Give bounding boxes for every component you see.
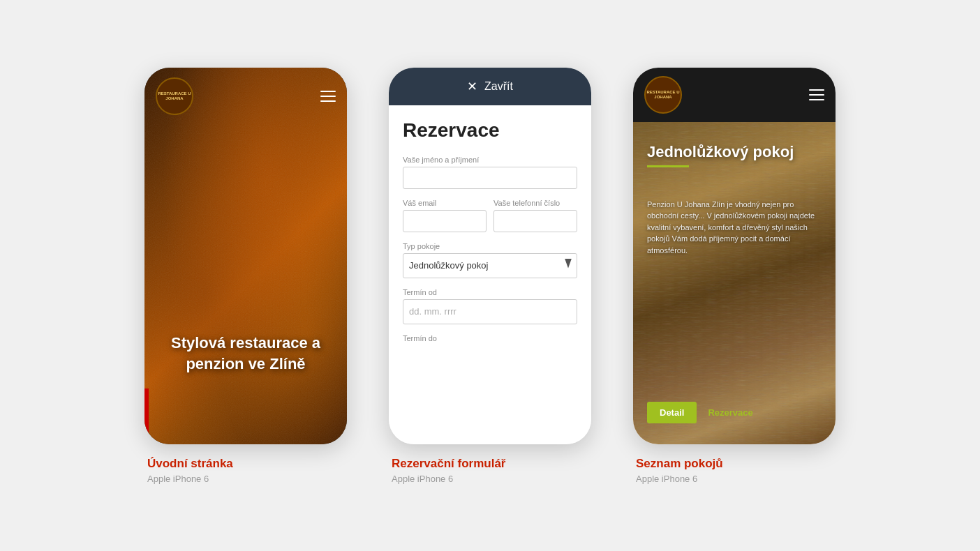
screen3-header: RESTAURACE U JOHANA: [633, 68, 836, 122]
hamburger-rooms-icon[interactable]: [809, 89, 824, 100]
title-underline: [647, 165, 689, 167]
room-title-text: Jednolůžkový pokoj: [647, 143, 794, 160]
logo-rooms-text: RESTAURACE U JOHANA: [646, 90, 681, 99]
card-label-form: Rezervační formulář Apple iPhone 6: [389, 457, 505, 484]
device-card-form: ✕ Zavřít Rezervace Vaše jméno a příjmení…: [389, 68, 591, 484]
hamburger-line2: [320, 96, 336, 97]
hamburger-rooms-line2: [809, 94, 824, 96]
field-date-to-label: Termín do: [403, 334, 577, 342]
room-desc-text: Penzion U Johana Zlín je vhodný nejen pr…: [647, 200, 815, 255]
field-room-type: Typ pokoje Jednolůžkový pokoj: [403, 242, 577, 278]
date-from-placeholder: dd. mm. rrrr: [409, 306, 456, 317]
screen-rooms: RESTAURACE U JOHANA: [633, 68, 836, 444]
form-body: Rezervace Vaše jméno a příjmení Váš emai…: [389, 105, 591, 444]
logo-text: RESTAURACE U JOHANA: [157, 91, 192, 100]
rezervace-button[interactable]: Rezervace: [708, 407, 752, 418]
room-title: Jednolůžkový pokoj: [647, 143, 822, 167]
screen-home: RESTAURACE U JOHANA Stylová restaurace a…: [144, 68, 347, 444]
room-action-buttons: Detail Rezervace: [647, 402, 753, 423]
hamburger-rooms-line3: [809, 99, 824, 100]
room-image: Jednolůžkový pokoj Penzion U Johana Zlín…: [633, 122, 836, 444]
hamburger-icon[interactable]: [320, 91, 336, 102]
gallery: RESTAURACE U JOHANA Stylová restaurace a…: [89, 26, 891, 526]
hero-text-label: Stylová restaurace a penzion ve Zlíně: [171, 334, 320, 372]
card-sub-home: Apple iPhone 6: [147, 474, 233, 484]
wood-texture: [633, 122, 836, 444]
room-type-value: Jednolůžkový pokoj: [409, 260, 488, 271]
field-phone-label: Vaše telefonní číslo: [493, 199, 577, 207]
hero-text: Stylová restaurace a penzion ve Zlíně: [144, 333, 347, 374]
field-date-from-label: Termín od: [403, 288, 577, 296]
phone-frame-home: RESTAURACE U JOHANA Stylová restaurace a…: [144, 68, 347, 444]
card-label-rooms: Seznam pokojů Apple iPhone 6: [633, 457, 723, 484]
logo: RESTAURACE U JOHANA: [156, 77, 193, 115]
date-from-input[interactable]: dd. mm. rrrr: [403, 299, 577, 324]
hamburger-rooms-line1: [809, 89, 824, 91]
room-type-select-wrap: Jednolůžkový pokoj: [403, 253, 577, 278]
field-date-from: Termín od dd. mm. rrrr: [403, 288, 577, 324]
field-room-label: Typ pokoje: [403, 242, 577, 250]
close-icon[interactable]: ✕: [467, 79, 477, 94]
card-title-home: Úvodní stránka: [147, 457, 233, 471]
field-name-label: Vaše jméno a příjmení: [403, 156, 577, 164]
device-card-home: RESTAURACE U JOHANA Stylová restaurace a…: [144, 68, 347, 484]
field-email: Váš email: [403, 199, 487, 232]
topbar-title: Zavřít: [484, 80, 513, 93]
card-title-form: Rezervační formulář: [392, 457, 505, 471]
hamburger-line3: [320, 100, 336, 102]
form-title: Rezervace: [403, 119, 577, 142]
device-card-rooms: RESTAURACE U JOHANA: [633, 68, 836, 484]
screen-form: ✕ Zavřít Rezervace Vaše jméno a příjmení…: [389, 68, 591, 444]
name-input[interactable]: [403, 167, 577, 189]
svg-rect-1: [633, 122, 836, 444]
field-phone: Vaše telefonní číslo: [493, 199, 577, 232]
card-label-home: Úvodní stránka Apple iPhone 6: [144, 457, 233, 484]
logo-rooms: RESTAURACE U JOHANA: [644, 76, 682, 114]
phone-input[interactable]: [493, 210, 577, 232]
room-description: Penzion U Johana Zlín je vhodný nejen pr…: [647, 199, 822, 257]
phone-frame-rooms: RESTAURACE U JOHANA: [633, 68, 836, 444]
form-row-email-phone: Váš email Vaše telefonní číslo: [403, 199, 577, 232]
field-email-label: Váš email: [403, 199, 487, 207]
room-type-select[interactable]: Jednolůžkový pokoj: [403, 253, 577, 278]
screen1-header: RESTAURACE U JOHANA: [144, 68, 347, 125]
email-input[interactable]: [403, 210, 487, 232]
field-name: Vaše jméno a příjmení: [403, 156, 577, 189]
hamburger-line1: [320, 91, 336, 92]
card-sub-form: Apple iPhone 6: [392, 474, 505, 484]
card-sub-rooms: Apple iPhone 6: [636, 474, 723, 484]
red-bar: [144, 388, 149, 444]
field-date-to: Termín do: [403, 334, 577, 342]
phone-frame-form: ✕ Zavřít Rezervace Vaše jméno a příjmení…: [389, 68, 591, 444]
card-title-rooms: Seznam pokojů: [636, 457, 723, 471]
detail-button[interactable]: Detail: [647, 402, 697, 423]
topbar: ✕ Zavřít: [389, 68, 591, 105]
